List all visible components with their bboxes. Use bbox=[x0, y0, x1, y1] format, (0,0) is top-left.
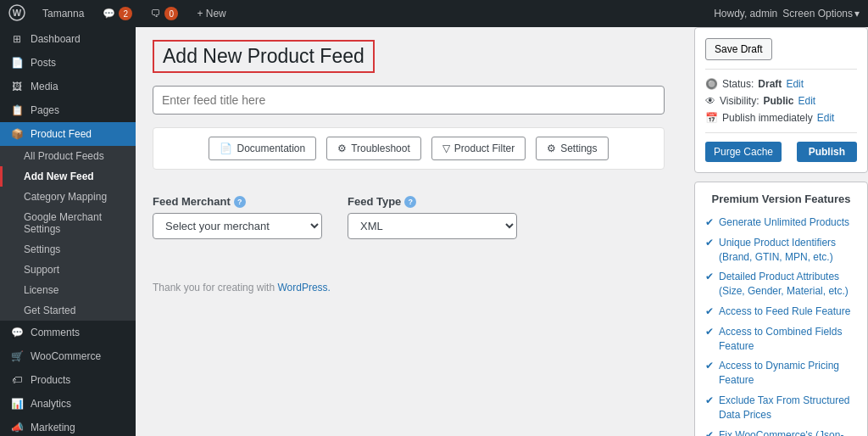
sidebar-label-comments: Comments bbox=[31, 327, 80, 338]
sidebar-label-dashboard: Dashboard bbox=[31, 33, 81, 45]
footer-thank-you: Thank you for creating with bbox=[153, 282, 275, 293]
sidebar-label-google-merchant: Google Merchant Settings bbox=[24, 211, 125, 235]
sidebar-label-settings-sub: Settings bbox=[24, 243, 60, 255]
feed-type-select[interactable]: XML CSV TSV JSON bbox=[348, 213, 517, 239]
screen-options-button[interactable]: Screen Options ▾ bbox=[782, 8, 860, 20]
woocommerce-icon: 🛒 bbox=[10, 349, 24, 363]
check-icon-2: ✔ bbox=[705, 237, 714, 249]
premium-feature-8: ✔ Fix WooCommerce's (Json-Ld) Structured… bbox=[705, 428, 857, 436]
premium-feature-link-4[interactable]: Access to Feed Rule Feature bbox=[719, 305, 850, 319]
sidebar-label-license: License bbox=[24, 284, 58, 296]
sidebar-item-posts[interactable]: 📄 Posts bbox=[0, 51, 136, 75]
calendar-icon: 📅 bbox=[705, 112, 718, 124]
documentation-icon: 📄 bbox=[220, 143, 232, 154]
feed-type-field: Feed Type ? XML CSV TSV JSON bbox=[348, 195, 517, 239]
sidebar-item-get-started[interactable]: Get Started bbox=[0, 300, 136, 321]
sidebar-label-get-started: Get Started bbox=[24, 305, 75, 316]
visibility-label: Visibility: bbox=[720, 95, 759, 107]
comments-item[interactable]: 🗨 0 bbox=[144, 7, 185, 20]
premium-feature-link-3[interactable]: Detailed Product Attributes (Size, Gende… bbox=[719, 270, 857, 299]
sidebar-item-google-merchant[interactable]: Google Merchant Settings bbox=[0, 207, 136, 239]
sidebar-item-settings-sub[interactable]: Settings bbox=[0, 239, 136, 260]
sidebar-label-all-feeds: All Product Feeds bbox=[24, 150, 104, 162]
publish-schedule-label: Publish immediately bbox=[722, 112, 813, 124]
feed-type-label: Feed Type ? bbox=[348, 195, 517, 208]
sidebar-item-pages[interactable]: 📋 Pages bbox=[0, 98, 136, 122]
sidebar-label-support: Support bbox=[24, 264, 59, 276]
sidebar-item-category-mapping[interactable]: Category Mapping bbox=[0, 187, 136, 207]
visibility-value: Public bbox=[763, 95, 793, 107]
publish-schedule-row: 📅 Publish immediately Edit bbox=[705, 112, 857, 124]
publish-edit-link[interactable]: Edit bbox=[817, 112, 835, 124]
new-item[interactable]: + New bbox=[190, 8, 232, 20]
check-icon-7: ✔ bbox=[705, 394, 714, 406]
status-label: Status: bbox=[722, 78, 754, 90]
sidebar-item-products[interactable]: 🏷 Products bbox=[0, 368, 136, 392]
sidebar-item-marketing[interactable]: 📣 Marketing bbox=[0, 416, 136, 436]
sidebar-item-add-new-feed[interactable]: Add New Feed bbox=[0, 166, 136, 187]
sidebar-item-all-feeds[interactable]: All Product Feeds bbox=[0, 146, 136, 166]
sidebar-item-dashboard[interactable]: ⊞ Dashboard bbox=[0, 27, 136, 51]
sidebar-item-media[interactable]: 🖼 Media bbox=[0, 75, 136, 98]
premium-feature-link-8[interactable]: Fix WooCommerce's (Json-Ld) Structured D… bbox=[719, 428, 857, 436]
visibility-edit-link[interactable]: Edit bbox=[798, 95, 815, 107]
status-edit-link[interactable]: Edit bbox=[786, 78, 804, 90]
sidebar-label-woocommerce: WooCommerce bbox=[31, 350, 101, 362]
analytics-icon: 📊 bbox=[10, 397, 24, 411]
sidebar-label-product-feed: Product Feed bbox=[31, 128, 92, 140]
sidebar-label-posts: Posts bbox=[31, 57, 56, 69]
sidebar-item-product-feed[interactable]: 📦 Product Feed bbox=[0, 122, 136, 146]
products-icon: 🏷 bbox=[10, 373, 24, 387]
settings-toolbar-icon: ⚙ bbox=[547, 143, 556, 154]
chevron-down-icon: ▾ bbox=[854, 8, 860, 20]
feed-title-input[interactable] bbox=[153, 86, 665, 115]
screen-options-label: Screen Options bbox=[782, 8, 853, 20]
sidebar-item-woocommerce[interactable]: 🛒 WooCommerce bbox=[0, 344, 136, 368]
product-filter-label: Product Filter bbox=[454, 143, 515, 154]
publish-status-row: 🔘 Status: Draft Edit bbox=[705, 78, 857, 90]
toolbar-row: 📄 Documentation ⚙ Troubleshoot ▽ Product… bbox=[153, 127, 665, 170]
check-icon-4: ✔ bbox=[705, 305, 714, 317]
publish-button[interactable]: Publish bbox=[797, 142, 857, 162]
feed-type-info-icon[interactable]: ? bbox=[404, 196, 416, 208]
sidebar-item-support[interactable]: Support bbox=[0, 260, 136, 280]
sidebar: ⊞ Dashboard 📄 Posts 🖼 Media 📋 Pages 📦 Pr… bbox=[0, 27, 136, 436]
sidebar-label-products: Products bbox=[31, 374, 70, 386]
feed-merchant-select[interactable]: Select your merchant bbox=[153, 213, 322, 239]
sidebar-item-comments[interactable]: 💬 Comments bbox=[0, 321, 136, 344]
check-icon-1: ✔ bbox=[705, 216, 714, 228]
purge-cache-button[interactable]: Purge Cache bbox=[705, 142, 782, 162]
publish-visibility-row: 👁 Visibility: Public Edit bbox=[705, 95, 857, 107]
premium-feature-link-6[interactable]: Access to Dynamic Pricing Feature bbox=[719, 359, 857, 388]
premium-feature-5: ✔ Access to Combined Fields Feature bbox=[705, 325, 857, 354]
wp-logo-icon[interactable]: W bbox=[8, 4, 31, 24]
product-feed-submenu: All Product Feeds Add New Feed Category … bbox=[0, 146, 136, 321]
notifications-item[interactable]: 💬 2 bbox=[96, 7, 139, 20]
premium-feature-link-1[interactable]: Generate Unlimited Products bbox=[719, 215, 849, 230]
right-sidebar: Save Draft 🔘 Status: Draft Edit 👁 Visibi… bbox=[682, 27, 868, 436]
premium-feature-2: ✔ Unique Product Identifiers (Brand, GTI… bbox=[705, 236, 857, 265]
feed-merchant-info-icon[interactable]: ? bbox=[234, 196, 246, 208]
premium-title: Premium Version Features bbox=[705, 193, 857, 205]
comments-icon: 💬 bbox=[10, 326, 24, 339]
product-feed-icon: 📦 bbox=[10, 127, 24, 141]
howdy-text: Howdy, admin bbox=[714, 8, 777, 20]
documentation-button[interactable]: 📄 Documentation bbox=[209, 137, 316, 160]
premium-feature-link-5[interactable]: Access to Combined Fields Feature bbox=[719, 325, 857, 354]
premium-feature-4: ✔ Access to Feed Rule Feature bbox=[705, 305, 857, 319]
wordpress-link[interactable]: WordPress. bbox=[277, 282, 330, 293]
comment-icon: 💬 bbox=[103, 8, 115, 20]
sidebar-item-analytics[interactable]: 📊 Analytics bbox=[0, 392, 136, 416]
documentation-label: Documentation bbox=[236, 143, 305, 154]
product-filter-button[interactable]: ▽ Product Filter bbox=[431, 137, 526, 160]
sidebar-item-license[interactable]: License bbox=[0, 280, 136, 300]
save-draft-button[interactable]: Save Draft bbox=[705, 38, 772, 60]
troubleshoot-button[interactable]: ⚙ Troubleshoot bbox=[326, 137, 421, 160]
check-icon-3: ✔ bbox=[705, 271, 714, 282]
site-name[interactable]: Tamanna bbox=[36, 8, 91, 20]
sidebar-label-marketing: Marketing bbox=[31, 422, 75, 433]
premium-feature-link-7[interactable]: Exclude Tax From Structured Data Prices bbox=[719, 394, 857, 422]
settings-toolbar-button[interactable]: ⚙ Settings bbox=[536, 137, 608, 160]
posts-icon: 📄 bbox=[10, 56, 24, 70]
premium-feature-link-2[interactable]: Unique Product Identifiers (Brand, GTIN,… bbox=[719, 236, 857, 265]
